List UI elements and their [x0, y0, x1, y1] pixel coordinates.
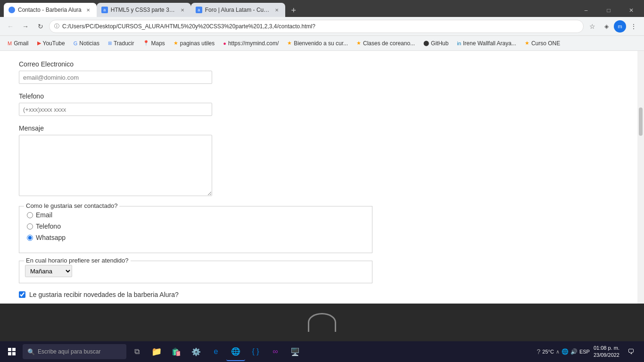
clock[interactable]: 01:08 p. m. 23/09/2022 [594, 345, 619, 359]
bookmark-bienvenido-label: Bienvenido a su cur... [294, 40, 348, 47]
edge-icon: e [214, 347, 218, 356]
language-text: ESP [579, 349, 590, 354]
profile-button[interactable]: m [614, 20, 626, 33]
bookmark-traducir[interactable]: ⊞ Traducir [104, 39, 138, 48]
tab-label-1: Contacto - Barberia Alura [18, 7, 82, 13]
tab-2[interactable]: a HTML5 y CSS3 parte 3: Trabajand... ✕ [97, 3, 191, 17]
scrollbar[interactable] [637, 51, 644, 304]
file-explorer-button[interactable]: 📁 [147, 342, 166, 361]
bookmark-youtube[interactable]: ▶ YouTube [33, 39, 69, 48]
extra-app-button[interactable]: 🖥️ [286, 342, 305, 361]
radio-email[interactable] [27, 212, 33, 218]
forward-button[interactable]: → [19, 20, 32, 33]
mymind-icon: ● [223, 41, 226, 46]
bookmark-irene-label: Irene Wallfall Araya... [463, 40, 516, 47]
bookmark-irene[interactable]: in Irene Wallfall Araya... [453, 39, 520, 48]
tab-active[interactable]: Contacto - Barberia Alura ✕ [4, 3, 97, 17]
tab-favicon-1 [8, 7, 15, 13]
bookmark-bienvenido[interactable]: ★ Bienvenido a su cur... [283, 39, 352, 48]
notification-button[interactable]: 🗨 [623, 344, 638, 359]
settings-button[interactable]: ⚙️ [187, 342, 206, 361]
taskbar: 🔍 Escribe aquí para buscar ⧉ 📁 🛍️ ⚙️ e 🌐 [0, 341, 644, 362]
maximize-button[interactable]: □ [598, 4, 619, 17]
tab-label-3: Foro | Alura Latam - Cursos onlin... [205, 7, 270, 13]
extensions-button[interactable]: ◈ [600, 20, 613, 33]
bookmark-traducir-label: Traducir [114, 40, 134, 47]
visual-studio-button[interactable]: ∞ [266, 342, 285, 361]
bookmark-coreano-label: Clases de coreano... [363, 40, 415, 47]
address-text: C:/Users/PC/Desktop/CURSOS_ALURA/HTML5%2… [62, 23, 578, 30]
tab-label-2: HTML5 y CSS3 parte 3: Trabajand... [111, 7, 176, 13]
toolbar: ← → ↻ ⓘ C:/Users/PC/Desktop/CURSOS_ALURA… [0, 17, 644, 36]
youtube-icon: ▶ [37, 40, 41, 46]
settings-icon: ⚙️ [191, 347, 201, 356]
caret-icon[interactable]: ∧ [556, 349, 560, 355]
bookmark-gmail[interactable]: M Gmail [4, 39, 33, 48]
sound-icon[interactable]: 🔊 [570, 348, 578, 355]
chrome-taskbar-button[interactable]: 🌐 [226, 342, 245, 361]
network-icon[interactable]: 🌐 [561, 348, 569, 355]
store-button[interactable]: 🛍️ [167, 342, 186, 361]
chrome-icon: 🌐 [231, 347, 240, 356]
close-button[interactable]: ✕ [620, 4, 642, 17]
phone-group: Telefono [19, 92, 619, 116]
bookmark-curso-one-label: Curso ONE [531, 40, 560, 47]
coreano-icon: ★ [356, 40, 361, 46]
bookmark-github-label: GitHub [431, 40, 448, 47]
radio-telefono[interactable] [27, 223, 33, 230]
new-tab-button[interactable]: + [287, 4, 300, 17]
radio-email-option: Email [27, 211, 364, 219]
help-icon[interactable]: ? [537, 348, 541, 355]
bienvenido-icon: ★ [287, 40, 292, 46]
taskbar-search-text: Escribe aquí para buscar [38, 348, 100, 355]
phone-input[interactable] [19, 103, 212, 116]
clock-date: 23/09/2022 [594, 352, 619, 359]
bookmark-maps[interactable]: 📍 Maps [139, 39, 169, 48]
bookmark-mymind-label: https://mymind.com/ [228, 40, 279, 47]
bookmark-maps-label: Maps [151, 40, 165, 47]
email-group: Correo Electronico [19, 60, 619, 84]
radio-whatsapp-option: Whatsapp [27, 234, 364, 241]
edge-button[interactable]: e [206, 342, 225, 361]
bookmark-github[interactable]: ⬤ GitHub [420, 39, 452, 48]
tab-close-2[interactable]: ✕ [179, 6, 186, 14]
task-view-button[interactable]: ⧉ [127, 342, 146, 361]
temp-text: 25°C [542, 349, 554, 354]
tab-close-3[interactable]: ✕ [273, 6, 281, 14]
scrollbar-thumb[interactable] [639, 107, 643, 136]
radio-whatsapp[interactable] [27, 235, 33, 241]
taskbar-search[interactable]: 🔍 Escribe aquí para buscar [23, 344, 126, 359]
tab-close-1[interactable]: ✕ [84, 6, 92, 14]
extra-app-icon: 🖥️ [290, 347, 300, 356]
system-tray: ? 25°C ∧ 🌐 🔊 ESP 01:08 p. m. 23/09/2022 … [537, 344, 642, 359]
clock-time: 01:08 p. m. [594, 345, 619, 352]
back-button[interactable]: ← [4, 20, 17, 33]
tab-3[interactable]: a Foro | Alura Latam - Cursos onlin... ✕ [191, 3, 285, 17]
newsletter-checkbox[interactable] [19, 291, 25, 298]
bookmark-paginas[interactable]: ★ paginas utiles [170, 39, 218, 48]
minimize-button[interactable]: – [575, 4, 597, 17]
linkedin-icon: in [457, 41, 461, 46]
refresh-button[interactable]: ↻ [34, 20, 47, 33]
windows-logo [8, 348, 16, 355]
bookmark-star-button[interactable]: ☆ [586, 20, 599, 33]
message-textarea[interactable] [19, 135, 212, 196]
menu-button[interactable]: ⋮ [627, 20, 640, 33]
tray-icons: ? 25°C ∧ 🌐 🔊 ESP [537, 348, 590, 355]
address-bar[interactable]: ⓘ C:/Users/PC/Desktop/CURSOS_ALURA/HTML5… [49, 20, 584, 33]
bookmark-noticias[interactable]: G Noticias [70, 39, 103, 48]
email-input[interactable] [19, 71, 212, 84]
radio-telefono-option: Telefono [27, 222, 364, 230]
vscode-icon: { } [252, 347, 259, 356]
phone-label: Telefono [19, 92, 619, 100]
schedule-select[interactable]: Mañana Tarde Noche [25, 265, 72, 277]
bookmark-noticias-label: Noticias [79, 40, 99, 47]
file-explorer-icon: 📁 [151, 346, 162, 357]
bookmark-coreano[interactable]: ★ Clases de coreano... [353, 39, 419, 48]
start-button[interactable] [2, 342, 22, 362]
vscode-button[interactable]: { } [246, 342, 265, 361]
bookmark-curso-one[interactable]: ★ Curso ONE [521, 39, 564, 48]
radio-telefono-label: Telefono [36, 222, 61, 230]
bookmark-mymind[interactable]: ● https://mymind.com/ [219, 39, 282, 48]
page-inner: Correo Electronico Telefono Mensaje Como… [0, 51, 637, 304]
